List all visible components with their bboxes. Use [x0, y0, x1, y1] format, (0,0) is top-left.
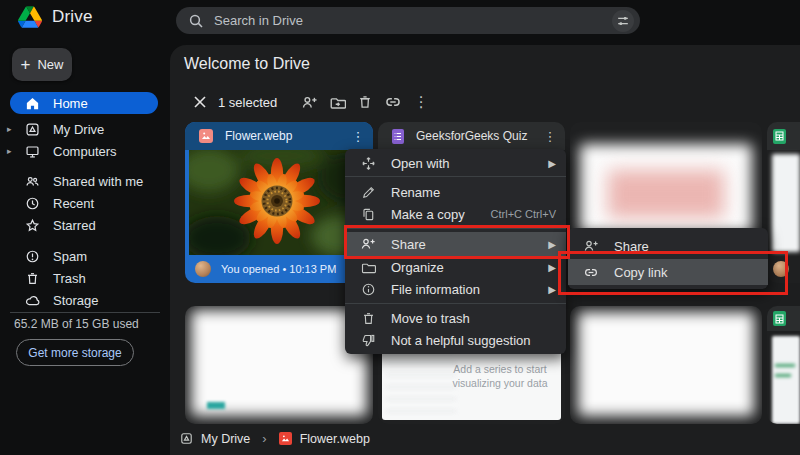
file-card-partial[interactable]	[767, 122, 800, 283]
breadcrumb-separator: ›	[262, 431, 266, 446]
expand-caret-icon[interactable]: ▸	[7, 124, 12, 134]
file-card-header	[767, 122, 800, 150]
search-icon	[188, 13, 204, 29]
expand-caret-icon[interactable]: ▸	[7, 146, 12, 156]
star-icon	[24, 217, 40, 233]
flower-thumbnail	[189, 150, 369, 255]
submenu-item-share[interactable]: Share	[568, 233, 768, 259]
move-to-folder-icon[interactable]	[323, 90, 351, 114]
blurred-preview-content	[608, 170, 724, 218]
plus-icon: +	[21, 56, 31, 73]
trash-icon[interactable]	[351, 90, 379, 114]
brand-name: Drive	[52, 7, 93, 27]
thumbs-down-icon	[360, 332, 376, 348]
sidebar-item-recent[interactable]: Recent	[0, 192, 166, 214]
blurred-preview	[191, 310, 367, 416]
more-options-icon[interactable]: ⋮	[351, 129, 365, 144]
file-card-partial[interactable]	[767, 306, 800, 424]
sidebar-item-storage[interactable]: Storage	[0, 289, 166, 311]
sidebar-item-my-drive[interactable]: ▸ My Drive	[0, 118, 166, 140]
more-options-icon[interactable]: ⋮	[543, 129, 557, 144]
sidebar-item-trash[interactable]: Trash	[0, 267, 166, 289]
spam-alert-icon	[24, 248, 40, 264]
more-options-icon[interactable]: ⋮	[407, 90, 435, 114]
folder-icon	[360, 259, 376, 275]
share-person-add-icon[interactable]	[295, 90, 323, 114]
cloud-icon	[24, 292, 40, 308]
sheets-file-icon	[773, 129, 786, 144]
menu-item-not-helpful[interactable]: Not a helpful suggestion	[345, 329, 566, 351]
file-card-blurred[interactable]	[570, 306, 762, 424]
file-card-header	[767, 306, 800, 331]
trash-icon	[24, 270, 40, 286]
search-bar[interactable]	[176, 7, 640, 34]
storage-summary: 65.2 MB of 15 GB used	[14, 317, 139, 331]
get-more-storage-button[interactable]: Get more storage	[16, 339, 134, 366]
blurred-preview	[578, 312, 754, 416]
search-input[interactable]	[214, 13, 602, 28]
link-icon[interactable]	[379, 90, 407, 114]
breadcrumb: My Drive › Flower.webp	[180, 431, 370, 446]
clock-icon	[24, 195, 40, 211]
blurred-button-hint	[207, 402, 225, 409]
chart-placeholder-text: Add a series to start visualizing your d…	[444, 362, 556, 390]
image-file-icon	[279, 432, 292, 445]
menu-item-make-a-copy[interactable]: Make a copy Ctrl+C Ctrl+V	[345, 203, 566, 225]
trash-icon	[360, 310, 376, 326]
selection-toolbar: 1 selected ⋮	[186, 90, 435, 114]
new-button[interactable]: + New	[12, 48, 72, 81]
share-submenu: Share Copy link	[568, 228, 768, 289]
menu-divider	[345, 228, 566, 229]
menu-item-share[interactable]: Share ▶	[345, 232, 566, 256]
file-name: GeeksforGeeks Quiz	[416, 129, 531, 143]
link-icon	[583, 264, 599, 280]
search-options-icon[interactable]	[612, 10, 634, 32]
person-add-icon	[583, 238, 599, 254]
menu-item-rename[interactable]: Rename	[345, 181, 566, 203]
menu-item-move-to-trash[interactable]: Move to trash	[345, 307, 566, 329]
forms-file-icon	[392, 129, 404, 144]
info-icon	[360, 281, 376, 297]
drive-logo-icon	[18, 6, 42, 28]
computers-icon	[24, 143, 40, 159]
submenu-arrow-icon: ▶	[548, 158, 556, 169]
submenu-arrow-icon: ▶	[548, 239, 556, 250]
person-add-icon	[360, 236, 376, 252]
file-card-header: GeeksforGeeks Quiz ⋮	[378, 122, 565, 150]
keyboard-shortcut: Ctrl+C Ctrl+V	[491, 208, 556, 220]
menu-divider	[345, 176, 566, 177]
menu-item-file-information[interactable]: File information ▶	[345, 278, 566, 300]
image-file-icon	[199, 129, 213, 143]
home-icon	[24, 95, 40, 111]
my-drive-icon	[180, 432, 193, 445]
sidebar-item-home[interactable]: Home	[10, 92, 158, 114]
submenu-arrow-icon: ▶	[548, 284, 556, 295]
menu-item-organize[interactable]: Organize ▶	[345, 256, 566, 278]
open-with-icon	[360, 155, 376, 171]
context-menu: Open with ▶ Rename Make a copy Ctrl+C Ct…	[345, 149, 566, 354]
breadcrumb-item-my-drive[interactable]: My Drive	[180, 432, 250, 446]
sidebar-item-starred[interactable]: Starred	[0, 214, 166, 236]
selection-count: 1 selected	[218, 95, 277, 110]
sidebar-item-shared-with-me[interactable]: Shared with me	[0, 170, 166, 192]
submenu-arrow-icon: ▶	[548, 262, 556, 273]
breadcrumb-item-flower[interactable]: Flower.webp	[279, 432, 370, 446]
sheet-preview	[772, 336, 800, 424]
sidebar-item-spam[interactable]: Spam	[0, 245, 166, 267]
pencil-icon	[360, 184, 376, 200]
sidebar-item-computers[interactable]: ▸ Computers	[0, 140, 166, 162]
file-name: Flower.webp	[225, 129, 339, 143]
sheet-preview	[772, 154, 800, 252]
menu-item-open-with[interactable]: Open with ▶	[345, 152, 566, 174]
page-title: Welcome to Drive	[184, 55, 310, 73]
file-activity: You opened • 10:13 PM	[221, 263, 336, 275]
copy-icon	[360, 206, 376, 222]
my-drive-icon	[24, 121, 40, 137]
submenu-item-copy-link[interactable]: Copy link	[568, 259, 768, 285]
close-selection-icon[interactable]	[186, 90, 214, 114]
sidebar-divider	[10, 312, 160, 313]
sheets-file-icon	[773, 311, 786, 326]
drive-brand[interactable]: Drive	[18, 6, 93, 28]
people-icon	[24, 173, 40, 189]
google-drive-window: Drive + New Home ▸ My Drive ▸ Computers	[0, 0, 800, 455]
